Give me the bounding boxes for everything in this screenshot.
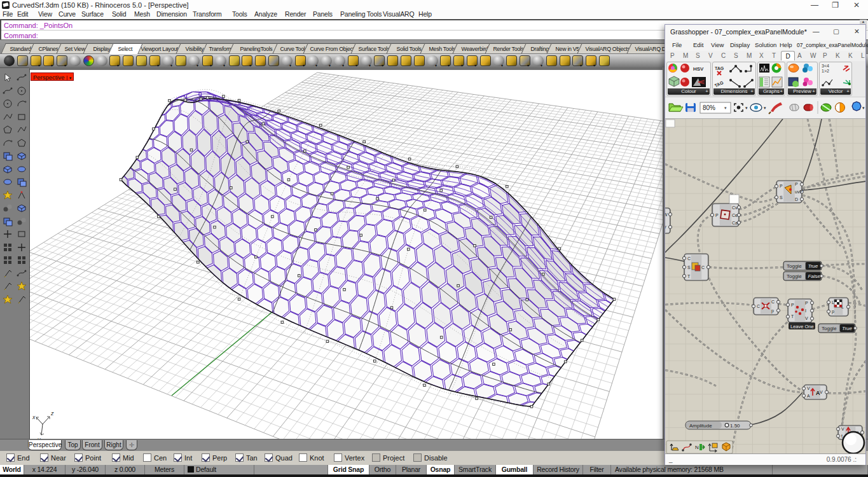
svg-text:p: p (832, 309, 834, 314)
svg-text:Leave One: Leave One (790, 324, 814, 329)
svg-text:TAG: TAG (715, 66, 724, 71)
svg-text:C: C (701, 265, 705, 270)
svg-text:80%: 80% (703, 104, 715, 111)
svg-text:N: N (695, 445, 699, 450)
svg-text:T: T (791, 314, 794, 319)
svg-text:1.50: 1.50 (730, 423, 740, 429)
svg-text:x: x (32, 414, 36, 420)
svg-text:C: C (757, 304, 760, 308)
svg-text:V: V (841, 427, 844, 431)
svg-text:uvP: uvP (795, 190, 803, 194)
svg-text:P: P (715, 213, 719, 218)
svg-text:T: T (687, 274, 691, 279)
svg-text:False: False (808, 273, 820, 279)
svg-text:V: V (805, 316, 808, 321)
svg-text:L: L (832, 300, 834, 305)
svg-text:Toggle: Toggle (822, 326, 837, 331)
svg-text:Cv: Cv (732, 205, 738, 210)
svg-text:Toggle: Toggle (787, 263, 802, 269)
svg-text:P: P (791, 303, 794, 307)
svg-text:P: P (805, 301, 808, 305)
svg-text:Ce: Ce (732, 213, 738, 218)
svg-text:TAG: TAG (714, 80, 724, 88)
svg-text:1>2: 1>2 (822, 69, 829, 73)
svg-text:A: A (807, 394, 810, 398)
svg-text:HSV: HSV (693, 66, 704, 72)
svg-text:▾: ▾ (764, 106, 766, 110)
svg-text:Ca: Ca (732, 221, 738, 225)
svg-text:I: I (805, 308, 806, 313)
svg-text:▾: ▾ (724, 106, 727, 110)
svg-text:W: W (665, 212, 668, 217)
svg-text:3<4: 3<4 (822, 64, 829, 68)
svg-text:D: D (795, 197, 798, 202)
svg-text:C: C (687, 256, 691, 261)
svg-text:▾: ▾ (862, 106, 865, 110)
svg-text:V: V (820, 390, 823, 394)
svg-text:V: V (807, 386, 810, 391)
svg-text:▾: ▾ (745, 106, 748, 110)
svg-text:z: z (50, 410, 54, 417)
svg-text:Amplitude: Amplitude (689, 423, 712, 429)
svg-text:Toggle: Toggle (787, 273, 802, 279)
svg-text:t: t (841, 434, 843, 438)
svg-text:S: S (687, 265, 691, 270)
svg-text:True: True (842, 326, 852, 331)
svg-text:P: P (795, 182, 798, 186)
svg-text:P: P (780, 184, 783, 188)
svg-text:C: C (771, 300, 775, 304)
svg-text:S: S (780, 195, 783, 200)
svg-text:A: A (816, 390, 820, 396)
svg-text:p: p (771, 308, 774, 314)
svg-text:True: True (808, 263, 818, 269)
